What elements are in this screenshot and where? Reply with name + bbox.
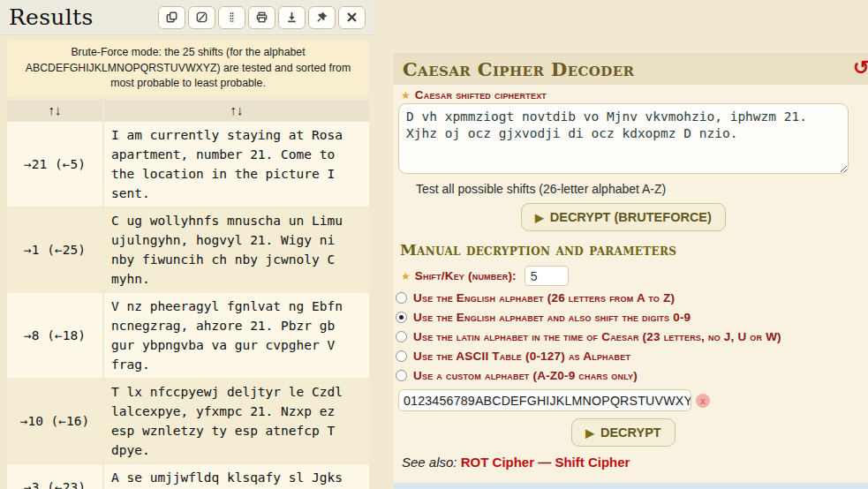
decrypt-bruteforce-button[interactable]: ▶DECRYPT (BRUTEFORCE) — [521, 203, 726, 231]
download-button[interactable] — [278, 6, 306, 29]
decoder-header: Caesar Cipher Decoder ↺ — [394, 53, 868, 85]
sort-shift-header[interactable]: ↑↓ — [7, 100, 102, 121]
test-all-label: Test all possible shifts (26-letter alph… — [416, 182, 868, 196]
barcode-button[interactable] — [218, 6, 245, 29]
radio-option-english[interactable]: Use the English alphabet (26 letters fro… — [396, 290, 868, 305]
result-shift: →1 (←25) — [7, 207, 102, 292]
download-icon — [285, 11, 298, 24]
clear-icon[interactable]: x — [696, 394, 710, 408]
custom-alphabet-input[interactable] — [398, 389, 691, 411]
see-also-separator: — — [538, 455, 551, 470]
decrypt-label: DECRYPT — [600, 425, 661, 440]
results-table: ↑↓ ↑↓ →21 (←5) I am currently staying at… — [7, 100, 369, 489]
results-title: Results — [0, 4, 94, 30]
radio-label[interactable]: Use a custom alphabet (A-Z0-9 chars only… — [413, 369, 638, 382]
ciphertext-label: Caesar shifted ciphertext — [415, 88, 547, 102]
sort-icon: ↑↓ — [230, 102, 244, 117]
radio-option-latin[interactable]: Use the latin alphabet in the time of Ca… — [396, 328, 868, 344]
pin-button[interactable] — [308, 6, 336, 29]
shift-key-row: ★ Shift/Key (number): — [401, 266, 868, 286]
see-also-prefix: See also: — [402, 455, 457, 470]
shift-input[interactable] — [525, 266, 569, 286]
radio-label[interactable]: Use the English alphabet (26 letters fro… — [413, 291, 675, 305]
shift-key-label: Shift/Key (number): — [415, 269, 517, 282]
radio-label[interactable]: Use the English alphabet and also shift … — [413, 311, 691, 324]
radio-circle[interactable] — [396, 312, 407, 323]
ciphertext-label-row: ★ Caesar shifted ciphertext — [401, 88, 868, 102]
decoder-title: Caesar Cipher Decoder — [394, 58, 634, 80]
result-text: A se umjjwfldq klsqafy sl Jgks shsjlewfl… — [104, 464, 369, 489]
shift-cipher-link[interactable]: Shift Cipher — [555, 455, 630, 470]
print-button[interactable] — [248, 6, 275, 29]
radio-circle[interactable] — [396, 331, 407, 342]
decrypt-bruteforce-label: DECRYPT (BRUTEFORCE) — [550, 210, 712, 224]
radio-circle[interactable] — [396, 350, 407, 362]
sort-icon: ↑↓ — [49, 102, 62, 117]
radio-option-custom[interactable]: Use a custom alphabet (A-Z0-9 chars only… — [396, 367, 868, 383]
result-shift: →3 (←23) — [7, 464, 102, 489]
star-icon: ★ — [401, 89, 411, 102]
close-button[interactable] — [338, 6, 366, 29]
see-also-row: See also: ROT Cipher — Shift Cipher — [402, 455, 868, 470]
copy-icon — [165, 11, 178, 24]
result-shift: →21 (←5) — [7, 122, 102, 207]
radio-option-english-digits[interactable]: Use the English alphabet and also shift … — [396, 309, 868, 325]
barcode-dots-icon — [225, 11, 238, 24]
copy-button[interactable] — [158, 6, 185, 29]
pin-icon — [315, 11, 328, 24]
radio-option-ascii[interactable]: Use the ASCII Table (0-127) as Alphabet — [396, 348, 868, 364]
results-toolbar — [158, 6, 366, 29]
bruteforce-notice: Brute-Force mode: the 25 shifts (for the… — [7, 41, 369, 96]
result-shift: →10 (←16) — [7, 379, 102, 463]
scroll-button[interactable] — [188, 6, 215, 29]
next-section-strip — [394, 483, 868, 489]
result-text: V nz pheeragyl fgnlvat ng Ebfn ncnegzrag… — [104, 293, 369, 378]
result-text: C ug wollyhnfs mnuscha un Limu ujulngyhn… — [104, 207, 369, 292]
radio-label[interactable]: Use the latin alphabet in the time of Ca… — [413, 330, 781, 343]
scroll-icon — [195, 11, 208, 24]
sort-text-header[interactable]: ↑↓ — [104, 100, 369, 121]
custom-alphabet-row: x — [398, 389, 868, 411]
printer-icon — [255, 11, 268, 24]
play-icon: ▶ — [535, 212, 544, 224]
results-panel: Results — [0, 0, 376, 489]
refresh-icon[interactable]: ↺ — [853, 56, 868, 79]
ciphertext-input[interactable]: D vh xpmmziogt novtdib vo Mjnv vkvmohzio… — [398, 103, 849, 174]
result-text: T lx nfccpyewj deljtyr le Czdl lalcexpye… — [104, 379, 369, 463]
radio-label[interactable]: Use the ASCII Table (0-127) as Alphabet — [413, 350, 630, 363]
result-shift: →8 (←18) — [7, 293, 102, 378]
manual-heading: Manual decryption and parameters — [400, 241, 868, 259]
result-text: I am currently staying at Rosa apartment… — [104, 122, 369, 207]
play-icon: ▶ — [585, 427, 594, 440]
close-icon — [345, 11, 359, 24]
radio-circle[interactable] — [396, 292, 407, 304]
results-header: Results — [0, 0, 376, 35]
decrypt-button[interactable]: ▶DECRYPT — [571, 418, 675, 447]
star-icon: ★ — [401, 270, 411, 282]
radio-circle[interactable] — [396, 370, 407, 381]
decoder-panel: Caesar Cipher Decoder ↺ ★ Caesar shifted… — [394, 53, 868, 489]
rot-cipher-link[interactable]: ROT Cipher — [461, 455, 534, 470]
